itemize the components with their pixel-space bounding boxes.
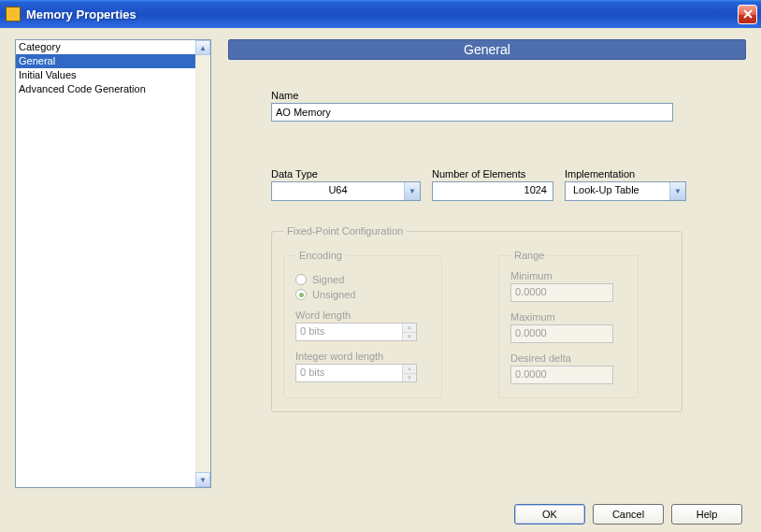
footer: OK Cancel Help [0, 496, 761, 532]
encoding-fieldset: Encoding Signed Unsigned Word length 0 b… [283, 250, 442, 398]
signed-label: Signed [312, 274, 344, 285]
form-area: Name Data Type U64 ▼ Number of Elements … [228, 60, 746, 412]
radio-icon [295, 289, 307, 300]
datatype-value: U64 [272, 182, 404, 200]
category-scrollbar[interactable]: ▲ ▼ [195, 40, 210, 487]
category-item-general[interactable]: General [16, 54, 195, 68]
scroll-track[interactable] [195, 55, 210, 472]
fixed-point-inner: Encoding Signed Unsigned Word length 0 b… [283, 250, 670, 398]
impl-label: Implementation [565, 168, 686, 180]
wordlen-value: 0 bits [296, 324, 402, 340]
spinner-buttons: ▲▼ [402, 324, 416, 340]
nelem-group: Number of Elements 1024 [432, 168, 553, 201]
nelem-input[interactable]: 1024 [432, 181, 553, 201]
max-label: Maximum [510, 311, 626, 323]
impl-select[interactable]: Look-Up Table ▼ [565, 181, 686, 201]
intlen-spinner: 0 bits ▲▼ [295, 364, 417, 382]
fixed-point-legend: Fixed-Point Configuration [283, 225, 407, 237]
category-item-advanced-code-generation[interactable]: Advanced Code Generation [16, 82, 195, 96]
max-value: 0.0000 [510, 324, 613, 343]
intlen-value: 0 bits [296, 365, 402, 381]
min-label: Minimum [510, 270, 626, 281]
fixed-point-fieldset: Fixed-Point Configuration Encoding Signe… [271, 225, 682, 412]
impl-group: Implementation Look-Up Table ▼ [565, 168, 686, 201]
category-header: Category [16, 40, 195, 54]
datatype-group: Data Type U64 ▼ [271, 168, 421, 201]
min-value: 0.0000 [510, 283, 613, 302]
window-body: Category General Initial Values Advanced… [0, 28, 761, 496]
category-list: Category General Initial Values Advanced… [15, 39, 211, 488]
wordlen-label: Word length [295, 309, 430, 321]
close-icon [743, 9, 753, 19]
window-icon [6, 7, 21, 22]
unsigned-label: Unsigned [312, 289, 355, 300]
encoding-legend: Encoding [295, 250, 346, 261]
impl-value: Look-Up Table [566, 182, 669, 200]
unsigned-radio: Unsigned [295, 289, 430, 300]
range-legend: Range [510, 250, 548, 261]
window-title: Memory Properties [26, 7, 738, 22]
name-label: Name [271, 90, 739, 101]
datatype-select[interactable]: U64 ▼ [271, 181, 421, 201]
close-button[interactable] [738, 5, 757, 24]
help-button[interactable]: Help [671, 504, 742, 525]
nelem-label: Number of Elements [432, 168, 553, 180]
title-bar: Memory Properties [0, 0, 761, 28]
signed-radio: Signed [295, 274, 430, 285]
datatype-label: Data Type [271, 168, 421, 180]
section-header: General [228, 39, 746, 60]
scroll-up-button[interactable]: ▲ [195, 40, 210, 55]
config-row: Data Type U64 ▼ Number of Elements 1024 … [271, 168, 739, 201]
radio-icon [295, 274, 307, 285]
name-input[interactable] [271, 103, 673, 122]
ok-button[interactable]: OK [514, 504, 585, 525]
range-fieldset: Range Minimum 0.0000 Maximum 0.0000 Desi… [498, 250, 639, 398]
delta-value: 0.0000 [510, 366, 613, 384]
spinner-buttons: ▲▼ [402, 365, 416, 381]
chevron-down-icon[interactable]: ▼ [669, 182, 685, 200]
right-pane: General Name Data Type U64 ▼ Number of E… [211, 39, 746, 485]
category-list-inner: Category General Initial Values Advanced… [16, 40, 195, 487]
cancel-button[interactable]: Cancel [593, 504, 664, 525]
scroll-down-button[interactable]: ▼ [195, 472, 210, 487]
chevron-down-icon[interactable]: ▼ [404, 182, 420, 200]
delta-label: Desired delta [510, 352, 626, 364]
category-item-initial-values[interactable]: Initial Values [16, 68, 195, 82]
intlen-label: Integer word length [295, 351, 430, 362]
wordlen-spinner: 0 bits ▲▼ [295, 323, 417, 341]
